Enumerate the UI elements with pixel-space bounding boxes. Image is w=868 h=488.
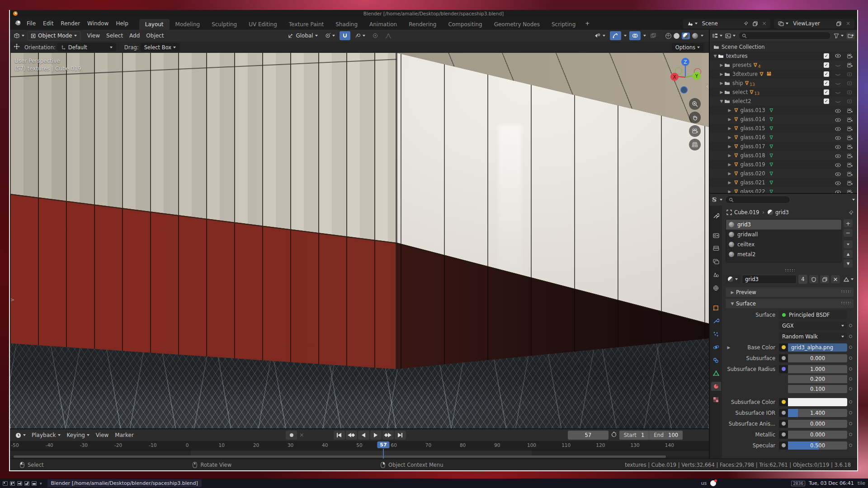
remove-slot-button[interactable]: − <box>844 229 853 237</box>
workspace-tab[interactable]: UV Editing <box>243 19 283 30</box>
outliner-row-object[interactable]: ▶ ∇ glass.013 ∇ <box>710 106 857 115</box>
menu-window[interactable]: Window <box>84 20 112 27</box>
show-gizmo-dropdown[interactable] <box>592 31 608 40</box>
camera-icon[interactable] <box>847 144 853 150</box>
tab-render[interactable] <box>711 231 721 240</box>
outliner-row-object[interactable]: ▶ ∇ glass.016 ∇ <box>710 133 857 142</box>
zoom-button[interactable] <box>689 98 701 110</box>
decorator-dot[interactable] <box>847 346 854 349</box>
tray-counter[interactable]: 2836 <box>791 481 805 486</box>
base-color-socket[interactable] <box>779 343 788 352</box>
proportional-editing-toggle[interactable] <box>370 31 381 40</box>
shading-solid-button[interactable] <box>674 33 679 39</box>
workspace-tab[interactable]: Shading <box>330 19 363 30</box>
eye-icon[interactable] <box>835 135 841 141</box>
subsurface-ior-field[interactable]: 1.400 <box>788 409 847 417</box>
menu-help[interactable]: Help <box>112 20 132 27</box>
subsurface-socket[interactable] <box>779 354 788 362</box>
timeline-menu-playback[interactable]: Playback <box>28 432 64 438</box>
outliner-row-object[interactable]: ▶ ∇ glass.017 ∇ <box>710 142 857 151</box>
frame-end-field[interactable]: End100 <box>649 431 683 440</box>
slot-specials-dropdown[interactable] <box>844 240 853 249</box>
unlink-scene-icon[interactable]: ✕ <box>760 19 769 28</box>
tab-constraints[interactable] <box>711 356 721 365</box>
outliner-row-textures[interactable]: ▼ textures ✓ <box>710 52 857 61</box>
playhead-line[interactable] <box>383 449 384 459</box>
new-collection-button[interactable] <box>846 33 855 39</box>
specular-field[interactable]: 0.500 <box>788 441 847 450</box>
workspace-icon-4[interactable] <box>24 481 29 486</box>
tab-scene[interactable] <box>711 270 721 279</box>
eye-closed-icon[interactable] <box>835 99 841 105</box>
camera-icon[interactable] <box>847 189 853 193</box>
workspace-icon-5[interactable] <box>32 481 37 486</box>
eye-icon[interactable] <box>835 171 841 178</box>
workspace-tab[interactable]: Geometry Nodes <box>488 19 546 30</box>
workspace-tab[interactable]: Modeling <box>170 19 206 30</box>
camera-icon[interactable] <box>847 162 853 169</box>
workspace-tab[interactable]: Animation <box>363 19 403 30</box>
subsurface-radius-socket[interactable] <box>779 365 788 373</box>
overlays-toggle[interactable] <box>629 31 641 40</box>
material-name-field[interactable]: grid3 <box>742 275 797 284</box>
collection-checkbox[interactable]: ✓ <box>824 80 829 86</box>
tab-object-data[interactable] <box>711 369 721 378</box>
base-color-field[interactable]: grid3_alpha.png <box>788 343 847 352</box>
camera-icon[interactable] <box>847 153 853 160</box>
viewport-canvas[interactable]: User Perspective (57) textures | Cube.01… <box>10 53 709 428</box>
vp-menu-add[interactable]: Add <box>126 33 143 39</box>
properties-editor-icon[interactable] <box>712 197 722 202</box>
viewlayer-selector[interactable]: ViewLayer ✕ <box>774 19 854 28</box>
subsurface-anisotropy-field[interactable]: 0.000 <box>788 420 847 428</box>
metallic-field[interactable]: 0.000 <box>788 431 847 439</box>
eye-icon[interactable] <box>835 153 841 160</box>
workspace-icon-2[interactable] <box>10 481 15 486</box>
camera-disabled-icon[interactable] <box>847 81 853 85</box>
specular-socket[interactable] <box>779 441 788 450</box>
eye-icon[interactable] <box>835 108 841 114</box>
decorator-dot[interactable] <box>847 400 854 404</box>
subsurface-color-swatch[interactable] <box>788 398 847 406</box>
viewlayer-name[interactable]: ViewLayer <box>791 19 834 28</box>
camera-icon[interactable] <box>847 135 853 141</box>
layout-caret-icon[interactable]: ▾ <box>40 481 42 486</box>
subsurface-color-socket[interactable] <box>779 398 788 406</box>
fake-user-shield-icon[interactable] <box>809 275 818 283</box>
decorator-dot[interactable] <box>847 324 854 327</box>
browse-material-dropdown[interactable] <box>726 275 740 284</box>
eye-closed-icon[interactable] <box>835 81 841 87</box>
unlink-material-button[interactable]: ✕ <box>831 275 840 283</box>
decorator-dot[interactable] <box>847 387 854 390</box>
shading-wireframe-button[interactable] <box>665 33 671 39</box>
subsurface-anisotropy-socket[interactable] <box>779 420 788 428</box>
overlays-dropdown[interactable] <box>643 35 646 37</box>
outliner-row-object[interactable]: ▶ ∇ glass.015 ∇ <box>710 124 857 133</box>
scene-selector[interactable]: Scene ✕ <box>683 19 771 28</box>
taskbar-clock[interactable]: Tue, 03 Dec 06:41 <box>809 480 854 486</box>
vp-menu-object[interactable]: Object <box>143 33 167 39</box>
outliner-row-object[interactable]: ▶ ∇ glass.022 ∇ <box>710 187 857 193</box>
axis-gizmo[interactable]: Z X Y <box>668 56 703 96</box>
outliner-row-ship[interactable]: ▶ ship ∇13 ✓ <box>710 79 857 88</box>
camera-disabled-icon[interactable] <box>847 90 853 94</box>
decorator-dot[interactable] <box>847 357 854 360</box>
tab-texture[interactable] <box>711 395 721 404</box>
material-slot[interactable]: metal2 <box>726 249 841 259</box>
eye-icon[interactable] <box>835 117 841 123</box>
shading-material-button[interactable] <box>682 33 690 39</box>
record-button[interactable] <box>286 431 297 440</box>
viewlayer-icon[interactable] <box>776 19 791 28</box>
tab-tool[interactable] <box>711 211 721 220</box>
blender-menu-logo-icon[interactable] <box>14 20 21 27</box>
distribution-dropdown[interactable]: GGX <box>779 321 847 330</box>
remove-viewlayer-icon[interactable]: ✕ <box>844 19 853 28</box>
workspace-icon-1[interactable] <box>3 481 8 486</box>
eye-icon[interactable] <box>835 180 841 187</box>
camera-icon[interactable] <box>847 63 853 67</box>
timeline-menu-keying[interactable]: Keying <box>64 432 93 438</box>
camera-icon[interactable] <box>847 126 853 132</box>
autokey-off-icon[interactable]: ✕ <box>299 432 304 438</box>
eye-closed-icon[interactable] <box>835 63 841 69</box>
properties-search[interactable] <box>725 196 790 204</box>
options-dropdown[interactable]: Options <box>672 43 703 52</box>
